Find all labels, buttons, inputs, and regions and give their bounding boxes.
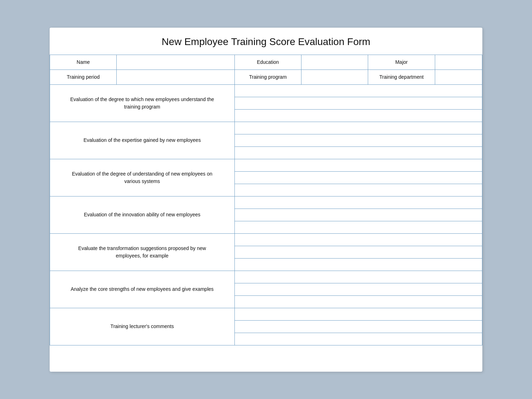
training-department-value[interactable] [435, 70, 482, 84]
section-line-4-2[interactable] [234, 209, 482, 221]
section-label-expertise: Evaluation of the expertise gained by ne… [50, 122, 235, 159]
training-program-value[interactable] [301, 70, 368, 84]
section-line-1-2[interactable] [234, 97, 482, 109]
header-row-2: Training period Training program Trainin… [50, 70, 482, 84]
section-line-5-1[interactable] [234, 233, 482, 246]
section-line-5-3[interactable] [234, 258, 482, 271]
section-line-6-2[interactable] [234, 283, 482, 295]
section-line-4-3[interactable] [234, 221, 482, 233]
section-line-2-2[interactable] [234, 134, 482, 146]
section-label-training-program: Evaluation of the degree to which new em… [50, 84, 235, 122]
section-row-comments: Training lecturer's comments [50, 308, 482, 320]
training-period-label: Training period [50, 70, 117, 84]
section-line-6-3[interactable] [234, 295, 482, 308]
main-table: Name Education Major Training period Tra… [50, 55, 482, 345]
section-line-3-3[interactable] [234, 184, 482, 196]
section-line-1-3[interactable] [234, 109, 482, 122]
section-row-expertise: Evaluation of the expertise gained by ne… [50, 122, 482, 134]
section-row-transformation: Evaluate the transformation suggestions … [50, 233, 482, 246]
section-line-7-1[interactable] [234, 308, 482, 320]
header-row-1: Name Education Major [50, 55, 482, 70]
name-value[interactable] [117, 55, 234, 70]
section-row-training-program: Evaluation of the degree to which new em… [50, 84, 482, 97]
section-line-1-1[interactable] [234, 84, 482, 97]
major-label: Major [368, 55, 435, 70]
section-line-7-2[interactable] [234, 320, 482, 333]
section-row-systems: Evaluation of the degree of understandin… [50, 159, 482, 171]
section-line-5-2[interactable] [234, 246, 482, 258]
section-line-7-3[interactable] [234, 333, 482, 345]
section-label-innovation: Evaluation of the innovation ability of … [50, 196, 235, 233]
section-line-6-1[interactable] [234, 271, 482, 283]
section-label-comments: Training lecturer's comments [50, 308, 235, 345]
section-line-4-1[interactable] [234, 196, 482, 209]
major-value[interactable] [435, 55, 482, 70]
section-line-2-3[interactable] [234, 146, 482, 159]
section-line-3-1[interactable] [234, 159, 482, 171]
training-period-value[interactable] [117, 70, 234, 84]
form-title: New Employee Training Score Evaluation F… [50, 28, 482, 55]
training-department-label: Training department [368, 70, 435, 84]
section-label-transformation: Evaluate the transformation suggestions … [50, 233, 235, 271]
section-label-systems: Evaluation of the degree of understandin… [50, 159, 235, 196]
section-label-core-strengths: Analyze the core strengths of new employ… [50, 271, 235, 308]
education-value[interactable] [301, 55, 368, 70]
education-label: Education [234, 55, 301, 70]
section-row-core-strengths: Analyze the core strengths of new employ… [50, 271, 482, 283]
section-line-3-2[interactable] [234, 171, 482, 184]
name-label: Name [50, 55, 117, 70]
form-container: New Employee Training Score Evaluation F… [50, 28, 482, 372]
section-row-innovation: Evaluation of the innovation ability of … [50, 196, 482, 209]
training-program-label: Training program [234, 70, 301, 84]
section-line-2-1[interactable] [234, 122, 482, 134]
